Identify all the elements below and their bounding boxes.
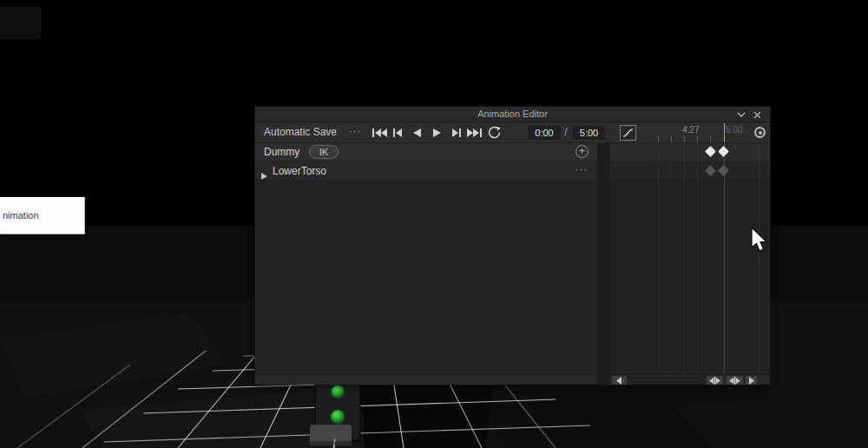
play-icon: [428, 127, 445, 139]
timeline-gridline: [697, 143, 698, 374]
save-options-button[interactable]: ···: [345, 122, 365, 142]
save-mode-label[interactable]: Automatic Save: [264, 122, 337, 142]
ease-curve-icon: [622, 128, 634, 138]
close-icon: [753, 111, 761, 119]
prev-keyframe-icon: [390, 127, 407, 139]
track-row-lowertorso[interactable]: LowerTorso ···: [255, 161, 597, 181]
ik-toggle-button[interactable]: IK: [309, 145, 339, 159]
arrow-right-icon: [748, 377, 754, 385]
close-button[interactable]: [751, 109, 764, 121]
play-button[interactable]: [427, 122, 446, 142]
arrow-left-icon: [616, 377, 622, 385]
grip-icon: [709, 377, 720, 385]
add-track-button[interactable]: +: [575, 145, 589, 158]
track-list-empty-area: [255, 181, 597, 374]
timeline-gridline: [710, 143, 711, 374]
ruler-tick: [697, 135, 698, 142]
ruler-tick: [710, 135, 711, 142]
dummy-figure[interactable]: [310, 379, 360, 448]
expand-track-button[interactable]: [261, 168, 268, 175]
panel-title: Animation Editor: [255, 107, 770, 122]
summary-keyframe-lane[interactable]: [610, 143, 770, 161]
play-reverse-button[interactable]: [408, 122, 427, 142]
next-keyframe-icon: [447, 127, 464, 139]
expand-arrow-icon: [261, 173, 268, 180]
joint-indicator-lower[interactable]: [332, 411, 345, 424]
scroll-left-button[interactable]: [612, 376, 627, 385]
end-time-input[interactable]: 5:00: [573, 126, 605, 140]
animation-editor-panel: Animation Editor Automatic Save ···: [254, 106, 771, 385]
grip-icon: [729, 377, 740, 385]
timeline-empty-area[interactable]: [610, 181, 770, 374]
ruler-time-label: 4:27: [682, 125, 699, 135]
dummy-limb-shadow: [310, 441, 352, 445]
curve-editor-button[interactable]: [620, 125, 636, 141]
skip-to-end-button[interactable]: [465, 122, 484, 142]
plus-icon: +: [579, 145, 585, 157]
timeline-gridline: [658, 143, 659, 374]
skip-to-start-button[interactable]: [370, 122, 389, 142]
ruler-tick: [658, 135, 659, 142]
loop-icon: [487, 126, 502, 139]
timeline-right-edge: [759, 143, 760, 374]
animation-end-line: [724, 143, 725, 374]
skip-start-icon: [371, 127, 388, 139]
previous-keyframe-button[interactable]: [389, 122, 408, 142]
loop-toggle-button[interactable]: [484, 122, 503, 142]
skip-end-icon: [466, 127, 483, 139]
pane-divider[interactable]: [597, 143, 610, 385]
ellipsis-icon: ···: [575, 163, 589, 175]
next-keyframe-button[interactable]: [446, 122, 465, 142]
timeline-settings-button[interactable]: [754, 127, 766, 138]
scrollbar-track[interactable]: [627, 376, 707, 385]
rig-name: Dummy: [264, 143, 299, 161]
end-time-value: 5:00: [580, 128, 598, 138]
track-name: LowerTorso: [273, 161, 326, 181]
tooltip: nimation: [0, 197, 85, 234]
chevron-down-icon: [737, 112, 746, 118]
play-reverse-icon: [409, 127, 426, 139]
zoom-grip-left[interactable]: [707, 376, 723, 385]
timeline-gridline: [684, 143, 685, 374]
time-separator: /: [561, 122, 571, 142]
current-time-input[interactable]: 0:00: [528, 126, 561, 140]
track-keyframe-lane[interactable]: [610, 161, 770, 181]
scroll-right-button[interactable]: [746, 376, 757, 385]
track-options-button[interactable]: ···: [571, 161, 592, 181]
collapse-button[interactable]: [734, 109, 747, 121]
editor-toolbar: Automatic Save ···: [255, 122, 770, 143]
top-left-remnant: [0, 7, 41, 39]
joint-indicator-upper[interactable]: [332, 385, 344, 398]
ruler-tick: [671, 135, 672, 142]
ruler-end-label: 5:00: [726, 125, 742, 135]
ellipsis-icon: ···: [349, 125, 362, 137]
animation-end-marker[interactable]: [724, 123, 725, 142]
rig-summary-row[interactable]: Dummy IK +: [255, 143, 597, 161]
mouse-cursor-icon: [746, 224, 773, 255]
ruler-tick: [684, 135, 685, 142]
timeline-gridline: [671, 143, 672, 374]
current-time-value: 0:00: [535, 128, 553, 138]
tooltip-text: nimation: [3, 210, 39, 221]
timeline-scrollbar[interactable]: [610, 374, 770, 385]
tracklist-bottom-bar: [255, 374, 597, 385]
zoom-grip-right[interactable]: [727, 376, 743, 385]
panel-titlebar[interactable]: Animation Editor: [255, 107, 770, 122]
